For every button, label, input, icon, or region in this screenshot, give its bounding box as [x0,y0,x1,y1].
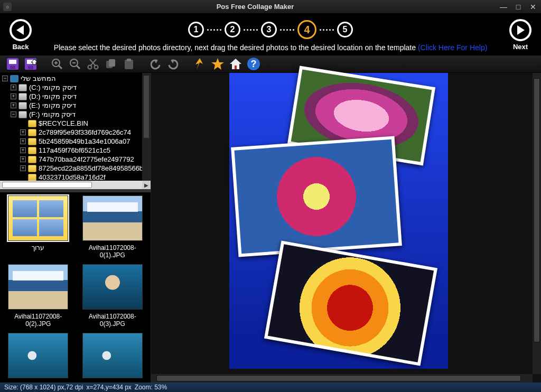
help-button[interactable]: ? [246,57,261,71]
thumbnail-item[interactable] [77,333,149,381]
step-2[interactable]: 2 [225,22,240,38]
folder-icon [28,120,36,127]
app-icon: ☼ [3,3,12,11]
undo-button[interactable] [148,57,163,71]
svg-rect-20 [127,59,131,61]
toolbar: ? [0,55,541,73]
folder-icon [28,138,36,145]
canvas-scrollbar-horizontal[interactable] [151,374,533,382]
thumbnail-image[interactable] [8,264,68,310]
collage-canvas[interactable] [229,73,448,369]
tree-folder[interactable]: + 747b70baa24f2775efe2497792 [2,155,148,164]
svg-line-7 [59,66,62,69]
thumbnail-label: Avihai11072008-0(3).JPG [81,313,144,328]
next-button[interactable]: Next [509,19,531,51]
tree-drive-c[interactable]: + (C:) דיסק מקומי [2,83,148,92]
tree-root[interactable]: − המחשב שלי [2,74,148,83]
arrow-right-icon [517,25,525,35]
cut-button[interactable] [86,57,100,71]
thumbnail-panel: ערוךAvihai11072008-0(1).JPGAvihai1107200… [0,192,151,382]
wizard-instruction: Please select the desired photos directo… [54,43,488,52]
status-coords: x=274,y=434 px [86,384,131,391]
thumbnail-item[interactable]: Avihai11072008-0(3).JPG [77,264,149,328]
folder-icon [28,147,36,154]
copy-button[interactable] [104,57,118,71]
tree-folder[interactable]: $RECYCLE.BIN [2,119,148,128]
zoom-in-button[interactable] [50,57,64,71]
back-button[interactable]: Back [10,19,32,51]
thumbnail-label: Avihai11072008-0(1).JPG [81,244,144,259]
main-area: − המחשב שלי + (C:) דיסק מקומי + (D:) דיס… [0,73,541,382]
step-3[interactable]: 3 [261,22,277,38]
zoom-out-button[interactable] [68,57,82,71]
folder-icon [28,174,36,181]
redo-button[interactable] [166,57,181,71]
favorite-button[interactable] [210,57,225,71]
tree-drive-f[interactable]: − (F:) דיסק מקומי [2,110,148,119]
home-button[interactable] [228,57,243,71]
titlebar: ☼ Pos Free Collage Maker — □ ✕ [0,0,541,14]
effects-button[interactable] [192,57,207,71]
svg-rect-2 [10,66,15,69]
status-zoom: Zoom: 53% [135,384,167,391]
maximize-button[interactable]: □ [514,3,523,11]
left-panel: − המחשב שלי + (C:) דיסק מקומי + (D:) דיס… [0,73,151,382]
thumbnail-image[interactable] [8,195,68,241]
thumbnail-item[interactable] [2,333,74,381]
collage-photo-3[interactable] [264,240,437,366]
svg-rect-1 [9,60,16,64]
tree-folder[interactable]: + 8725ecd22a8855df78e84958566b0ea [2,164,148,173]
drive-icon [18,84,27,91]
next-label: Next [513,43,528,51]
step-5[interactable]: 5 [337,22,353,38]
svg-line-11 [77,66,80,69]
folder-tree[interactable]: − המחשב שלי + (C:) דיסק מקומי + (D:) דיס… [0,73,151,189]
computer-icon [10,75,18,82]
status-size: Size: (768 x 1024) px,72 dpi [4,384,83,391]
thumbnail-image[interactable] [8,333,68,378]
drive-icon [18,102,27,109]
thumbnail-image[interactable] [82,333,143,378]
svg-rect-18 [109,59,115,67]
drive-icon [18,93,27,100]
tree-folder[interactable]: + 117a459f76bf6521c1c5 [2,146,148,155]
thumbnail-label: Avihai11072008-0(2).JPG [6,313,70,328]
svg-rect-5 [28,66,33,69]
tree-scrollbar-horizontal[interactable]: ▶ [0,181,142,189]
help-link[interactable]: (Click Here For Help) [418,43,487,52]
drive-icon [18,111,27,118]
folder-icon [28,129,36,136]
tree-drive-e[interactable]: + (E:) דיסק מקומי [2,101,148,110]
folder-icon [28,156,36,163]
back-label: Back [12,43,29,51]
tree-drive-d[interactable]: + (D:) דיסק מקומי [2,92,148,101]
tree-scrollbar-vertical[interactable] [142,73,151,181]
tree-folder[interactable]: + 5b245859b49b1a34e1006a07 [2,137,148,146]
step-4[interactable]: 4 [297,20,316,39]
thumbnail-image[interactable] [82,264,143,310]
window-title: Pos Free Collage Maker [12,3,499,11]
thumbnail-image[interactable] [82,195,143,241]
canvas-scrollbar-vertical[interactable] [533,73,541,374]
wizard-header: Back 1 2 3 4 5 Please select the desired… [0,14,541,55]
collage-photo-2[interactable] [231,136,402,257]
tree-folder[interactable]: + 2c789f95e93f336fd769c26c74 [2,128,148,137]
thumbnail-item[interactable]: Avihai11072008-0(1).JPG [77,195,149,259]
step-1[interactable]: 1 [188,22,204,38]
thumbnail-item[interactable]: ערוך [2,195,74,259]
save-button[interactable] [5,57,20,71]
folder-icon [28,165,36,172]
svg-text:?: ? [251,59,257,69]
save-as-button[interactable] [23,57,38,71]
status-bar: Size: (768 x 1024) px,72 dpi x=274,y=434… [0,382,541,392]
thumbnail-label: ערוך [32,244,44,251]
wizard-steps: 1 2 3 4 5 [188,20,353,39]
minimize-button[interactable]: — [499,3,508,11]
paste-button[interactable] [122,57,136,71]
canvas-area[interactable] [151,73,541,382]
thumbnail-item[interactable]: Avihai11072008-0(2).JPG [2,264,74,328]
close-button[interactable]: ✕ [528,3,538,11]
svg-rect-21 [235,66,237,69]
arrow-left-icon [16,25,24,35]
